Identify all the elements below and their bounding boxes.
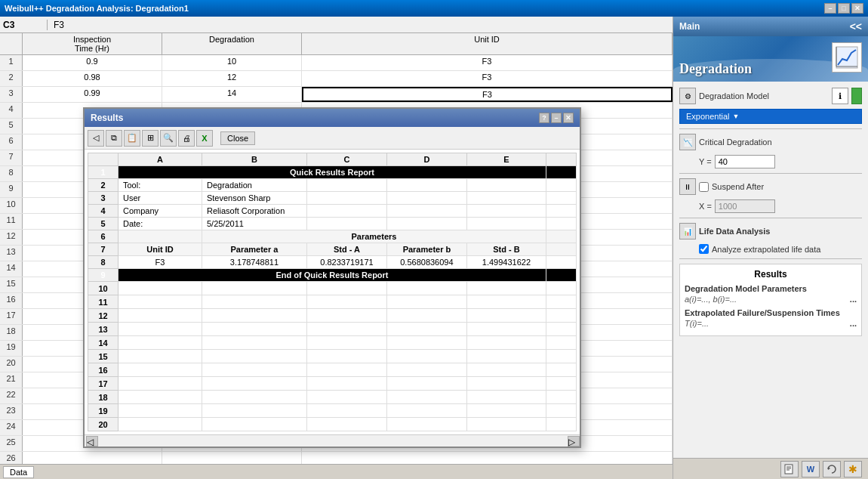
title-bar: Weibull++ Degradation Analysis: Degradat… [0, 0, 868, 17]
user-label: User [119, 192, 202, 205]
tool-value: Degradation [202, 179, 306, 192]
title-bar-controls: – □ ✕ [824, 3, 863, 14]
critical-deg-icon[interactable]: 📉 [679, 134, 696, 150]
cell-time-2[interactable]: 0.98 [23, 71, 162, 86]
list-item: 9 End of Quick Results Report [88, 269, 577, 282]
word-button[interactable]: W [802, 461, 820, 477]
panel-icon-box [832, 42, 862, 73]
modal-toolbar: ◁ ⧉ 📋 ⊞ 🔍 🖨 X Close [85, 127, 580, 150]
right-panel: Main << Degradation ⚙ [673, 17, 868, 479]
report-button[interactable] [780, 461, 799, 477]
cell-time-3[interactable]: 0.99 [23, 87, 162, 102]
life-data-icon[interactable]: 📊 [679, 223, 696, 240]
unit-id-val: F3 [119, 256, 202, 269]
cell-deg-2[interactable]: 12 [162, 71, 302, 86]
excel-icon[interactable]: X [196, 130, 213, 147]
cell-deg-3[interactable]: 14 [162, 87, 302, 102]
cell-uid-1[interactable]: F3 [302, 55, 673, 70]
list-item: 19 [88, 404, 577, 418]
row-num: 4 [88, 205, 119, 218]
suspend-checkbox[interactable] [699, 182, 709, 192]
cell-deg-1[interactable]: 10 [162, 55, 302, 70]
modal-title-bar: Results ? – ✕ [85, 109, 580, 127]
info-icon[interactable]: ℹ [832, 88, 848, 104]
row-num-header [88, 153, 119, 166]
bottom-toolbar: W ✱ [673, 458, 868, 479]
row-num: 5 [88, 218, 119, 230]
green-indicator [851, 88, 862, 104]
std-b-header: Std - B [466, 243, 546, 256]
results-table: A B C D E 1 Quick Results Report [88, 153, 577, 431]
modal-minimize-button[interactable]: – [551, 113, 562, 123]
model-dropdown[interactable]: Exponential ▼ [679, 109, 862, 124]
col-uid-header: Unit ID [302, 33, 673, 54]
cell-uid-2[interactable]: F3 [302, 71, 673, 86]
param-b-header: Parameter b [386, 243, 466, 256]
model-value: Exponential [686, 112, 730, 121]
std-a-val: 0.8233719171 [306, 256, 386, 269]
table-row: 26 [0, 452, 673, 464]
svg-rect-0 [836, 47, 857, 68]
refresh-button[interactable] [823, 461, 841, 477]
col-e-header: E [466, 153, 546, 166]
row-num: 1 [0, 55, 23, 70]
analyze-checkbox[interactable] [699, 244, 709, 254]
row-num: 2 [88, 179, 119, 192]
star-button[interactable]: ✱ [844, 461, 862, 477]
back-icon[interactable]: ◁ [88, 130, 104, 147]
col-c-header: C [306, 153, 386, 166]
sheet-tabs: Data [0, 464, 673, 479]
print-icon[interactable]: 🖨 [178, 130, 195, 147]
col-d-header: D [386, 153, 466, 166]
list-item: 6 Parameters [88, 230, 577, 243]
results-modal: Results ? – ✕ ◁ ⧉ 📋 ⊞ 🔍 🖨 X Close [83, 107, 581, 448]
row-num: 3 [0, 87, 23, 102]
settings-icon[interactable]: ⚙ [679, 88, 696, 104]
minimize-button[interactable]: – [824, 3, 836, 14]
suspend-icon[interactable]: ⏸ [679, 178, 696, 195]
modal-close-button[interactable]: ✕ [563, 113, 574, 123]
company-value: Reliasoft Corporation [202, 205, 306, 218]
list-item: 4 Company Reliasoft Corporation [88, 205, 577, 218]
life-data-label: Life Data Analysis [699, 227, 770, 236]
list-item: 10 [88, 282, 577, 295]
company-label: Company [119, 205, 202, 218]
close-button[interactable]: Close [220, 131, 255, 145]
critical-y-input[interactable] [715, 155, 775, 168]
col-b-header: B [202, 153, 306, 166]
std-a-header: Std - A [306, 243, 386, 256]
hscroll-left[interactable]: ◁ [86, 436, 98, 447]
divider-2 [679, 173, 862, 174]
row-num: 1 [88, 166, 119, 179]
paste-icon[interactable]: 📋 [124, 130, 140, 147]
y-label: Y = [699, 157, 712, 166]
model-dropdown-row: Exponential ▼ [679, 109, 862, 124]
maximize-button[interactable]: □ [838, 3, 850, 14]
list-item: 12 [88, 309, 577, 323]
panel-wave: Degradation [673, 36, 868, 82]
modal-hscrollbar[interactable]: ◁ ▷ [85, 434, 580, 447]
data-tab[interactable]: Data [3, 466, 34, 478]
list-item: 7 Unit ID Parameter a Std - A Parameter … [88, 243, 577, 256]
extrapolated-label: Extrapolated Failure/Suspension Times [685, 308, 857, 317]
extrapolated-more-button[interactable]: ... [850, 319, 857, 328]
suspend-x-input[interactable] [715, 199, 775, 213]
deg-params-more-button[interactable]: ... [850, 295, 857, 304]
extrapolated-val: T(i)=... [685, 319, 709, 328]
end-title: End of Quick Results Report [119, 269, 546, 282]
list-item: 18 [88, 391, 577, 404]
spreadsheet-area: C3 F3 InspectionTime (Hr) Degradation Un… [0, 17, 673, 479]
close-button[interactable]: ✕ [851, 3, 863, 14]
grid-icon[interactable]: ⊞ [142, 130, 159, 147]
collapse-button[interactable]: << [850, 20, 862, 32]
hscroll-right[interactable]: ▷ [568, 436, 580, 447]
scroll-col [546, 153, 576, 166]
modal-help-button[interactable]: ? [539, 113, 549, 123]
degradation-icon [835, 45, 859, 70]
copy-icon[interactable]: ⧉ [106, 130, 122, 147]
panel-title: Main [679, 21, 700, 32]
unit-id-header: Unit ID [119, 243, 202, 256]
cell-uid-3-selected[interactable]: F3 [302, 87, 673, 102]
search-icon[interactable]: 🔍 [160, 130, 177, 147]
cell-time-1[interactable]: 0.9 [23, 55, 162, 70]
